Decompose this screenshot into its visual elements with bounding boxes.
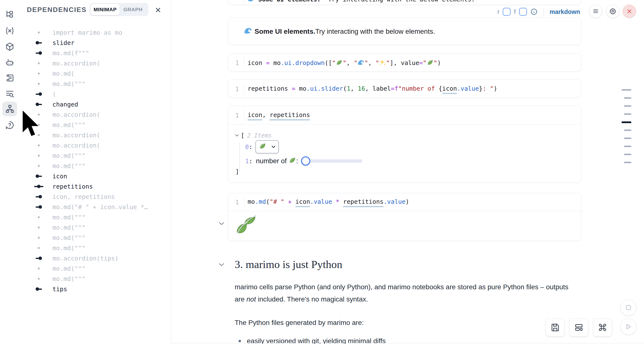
shortcuts-button[interactable] bbox=[593, 318, 612, 336]
slider-track[interactable] bbox=[304, 159, 362, 163]
dropdown-select[interactable] bbox=[256, 140, 279, 153]
minimap-row[interactable]: ( bbox=[20, 89, 170, 99]
minimap-row[interactable]: mo.md("# " + icon.value *… bbox=[20, 202, 170, 212]
layout-button[interactable] bbox=[569, 318, 588, 336]
minimap-row[interactable]: changed bbox=[20, 99, 170, 109]
scroll-dash-active[interactable] bbox=[622, 121, 631, 123]
gear-icon bbox=[609, 8, 616, 15]
panel-close-button[interactable] bbox=[154, 6, 162, 14]
sidebar-item-ai-assistant[interactable] bbox=[2, 55, 17, 70]
minimap-row[interactable]: mo.md(""" bbox=[20, 233, 170, 243]
code-line[interactable]: icon, repetitions bbox=[248, 111, 310, 118]
code-line[interactable]: Some UI elements. Try interacting with t… bbox=[248, 0, 475, 4]
minimap-row[interactable]: mo.md(""" bbox=[20, 274, 170, 284]
tree-bracket-open: [ bbox=[241, 132, 244, 139]
line-number: 1 bbox=[234, 199, 241, 206]
minimap-row[interactable]: mo.md(""" bbox=[20, 222, 170, 233]
sidebar-item-files[interactable] bbox=[2, 7, 17, 22]
minimap-row[interactable]: import marimo as mo bbox=[20, 27, 170, 38]
minimap-row[interactable]: mo.md(""" bbox=[20, 161, 170, 171]
minimap-cell-label: mo.md( bbox=[52, 70, 74, 77]
md-heading-output bbox=[236, 214, 257, 240]
minimap-cell-label: tips bbox=[52, 286, 67, 293]
info-icon[interactable] bbox=[530, 8, 538, 15]
scroll-dash[interactable] bbox=[624, 162, 631, 163]
tree-index: 0 bbox=[245, 143, 249, 150]
language-badge[interactable]: markdown bbox=[550, 8, 580, 15]
minimap-row[interactable]: mo.md( bbox=[20, 68, 170, 79]
scroll-dash[interactable] bbox=[624, 154, 631, 155]
chevron-down-icon[interactable] bbox=[235, 134, 239, 137]
save-button[interactable] bbox=[546, 318, 565, 336]
sidebar-item-packages[interactable] bbox=[2, 39, 17, 54]
code-line[interactable]: icon = mo.ui.dropdown(["", "", ""], valu… bbox=[248, 59, 441, 67]
scroll-dash[interactable] bbox=[624, 137, 631, 139]
sidebar-item-dependencies[interactable] bbox=[2, 102, 17, 116]
minimap-row[interactable]: tips bbox=[20, 284, 170, 294]
reactive-ref-checkbox[interactable] bbox=[503, 8, 510, 16]
dependencies-panel: DEPENDENCIES MINIMAP GRAPH import marimo… bbox=[20, 0, 171, 344]
panel-title: DEPENDENCIES bbox=[27, 6, 86, 14]
minimap-row[interactable]: slider bbox=[20, 38, 170, 48]
tab-minimap[interactable]: MINIMAP bbox=[91, 4, 120, 15]
cell-tuple: 1 icon, repetitions [ 2 Items 0 : 1 : nu… bbox=[228, 106, 581, 183]
minimap-cell-label: mo.md(""" bbox=[52, 265, 86, 272]
slider[interactable] bbox=[301, 156, 364, 166]
scroll-dash[interactable] bbox=[624, 129, 631, 131]
minimap-glyph-ref bbox=[32, 92, 46, 96]
minimap-cell-label: mo.md(""" bbox=[52, 152, 86, 159]
minimap-row[interactable]: mo.accordion( bbox=[20, 58, 170, 68]
cell-dropdown-code[interactable]: 1 icon = mo.ui.dropdown(["", "", ""], va… bbox=[228, 53, 581, 72]
sidebar-item-variables[interactable] bbox=[2, 24, 17, 38]
run-button[interactable] bbox=[620, 319, 636, 335]
minimap-row[interactable]: repetitions bbox=[20, 181, 170, 192]
slider-knob[interactable] bbox=[301, 156, 310, 166]
minimap-glyph-none bbox=[32, 83, 46, 85]
minimap-row[interactable]: mo.md(""" bbox=[20, 212, 170, 222]
fstring-label: f bbox=[514, 8, 516, 15]
sidebar-item-help[interactable] bbox=[2, 118, 17, 132]
shutdown-button[interactable] bbox=[623, 5, 636, 18]
minimap-glyph-none bbox=[32, 278, 46, 280]
notebook-menu-button[interactable] bbox=[589, 5, 602, 18]
tree-row-0: 0 : bbox=[245, 140, 279, 153]
minimap-glyph-def bbox=[32, 103, 46, 106]
minimap-row[interactable]: mo.md(""" bbox=[20, 243, 170, 253]
stop-button[interactable] bbox=[620, 299, 636, 316]
tab-graph[interactable]: GRAPH bbox=[120, 4, 146, 15]
scroll-dash[interactable] bbox=[624, 146, 631, 147]
minimap-row[interactable]: mo.md(""" bbox=[20, 150, 170, 161]
tree-row-1: 1 : number of : bbox=[245, 156, 364, 166]
minimap-glyph-ref bbox=[32, 51, 46, 55]
sidebar-item-snippets[interactable] bbox=[2, 71, 17, 86]
leaf-icon bbox=[236, 214, 257, 240]
minimap-row[interactable]: mo.accordion( bbox=[20, 140, 170, 150]
sidebar-item-logs[interactable] bbox=[2, 87, 17, 101]
leaf-icon bbox=[288, 156, 296, 166]
line-number: 1 bbox=[234, 112, 241, 119]
fstring-checkbox[interactable] bbox=[519, 8, 527, 16]
cell-md-source-clipped[interactable]: Some UI elements. Try interacting with t… bbox=[228, 0, 581, 5]
minimap-cell-label: icon, repetitions bbox=[52, 193, 115, 200]
settings-button[interactable] bbox=[606, 5, 619, 18]
minimap-cell-label: mo.accordion( bbox=[52, 60, 100, 67]
minimap-row[interactable]: mo.md(""" bbox=[20, 263, 170, 274]
code-line[interactable]: repetitions = mo.ui.slider(1, 16, label=… bbox=[248, 85, 498, 92]
section-chevron-icon[interactable] bbox=[218, 263, 224, 266]
minimap-cell-label: mo.accordion( bbox=[52, 132, 100, 139]
collapse-chevron-icon[interactable] bbox=[218, 222, 224, 225]
code-line[interactable]: mo.md("# " + icon.value * repetitions.va… bbox=[248, 198, 409, 205]
scroll-dash[interactable] bbox=[622, 89, 631, 91]
minimap-row[interactable]: mo.md(""" bbox=[20, 79, 170, 89]
tree-bracket-close: ] bbox=[236, 168, 239, 175]
sparkles-icon bbox=[379, 59, 386, 67]
cell-slider-code[interactable]: 1 repetitions = mo.ui.slider(1, 16, labe… bbox=[228, 79, 581, 98]
minimap-row[interactable]: icon bbox=[20, 171, 170, 181]
minimap-row[interactable]: mo.md(f""" bbox=[20, 48, 170, 58]
minimap-row[interactable]: mo.accordion(tips) bbox=[20, 253, 170, 263]
scroll-dash[interactable] bbox=[624, 105, 631, 107]
minimap-row[interactable]: icon, repetitions bbox=[20, 192, 170, 202]
scroll-dash[interactable] bbox=[624, 113, 631, 115]
minimap-glyph-ref bbox=[32, 195, 46, 198]
scroll-dash[interactable] bbox=[624, 97, 631, 99]
